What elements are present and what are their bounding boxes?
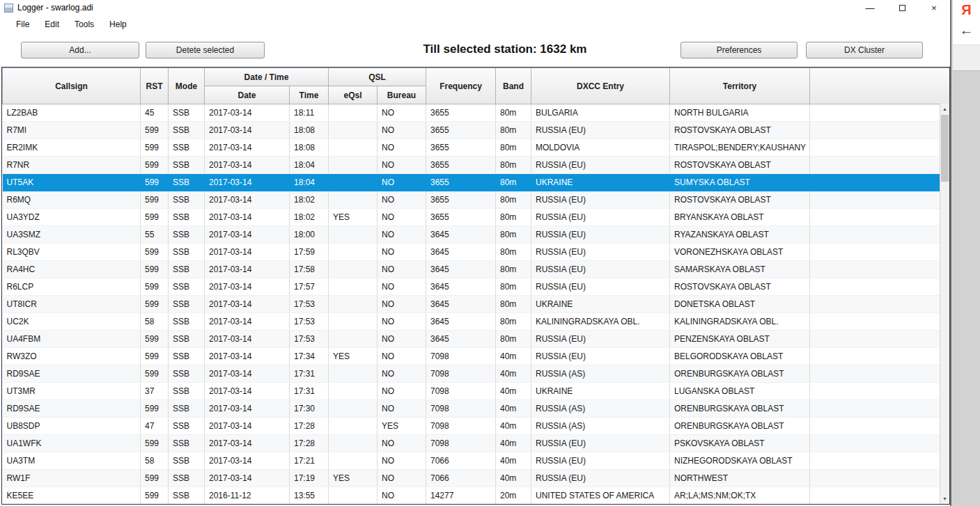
cell: 3645 xyxy=(426,261,496,278)
table-row[interactable]: R6LCP599SSB2017-03-1417:57NO364580mRUSSI… xyxy=(3,278,950,296)
table-row[interactable]: RD9SAE599SSB2017-03-1417:31NO709840mRUSS… xyxy=(3,365,950,383)
cell xyxy=(329,487,378,505)
vertical-scrollbar[interactable]: ▲ ▼ xyxy=(940,104,949,504)
menu-tools[interactable]: Tools xyxy=(67,16,102,33)
cell: RUSSIA (EU) xyxy=(531,209,670,226)
cell: 17:53 xyxy=(290,331,329,348)
header-rst[interactable]: RST xyxy=(141,68,169,104)
table-row[interactable]: UC2K58SSB2017-03-1417:53NO364580mKALININ… xyxy=(3,313,950,331)
table-row[interactable]: UA3TM58SSB2017-03-1417:21NO706640mRUSSIA… xyxy=(3,452,950,470)
cell: 2017-03-14 xyxy=(205,226,290,244)
header-qsl-group[interactable]: QSL xyxy=(329,68,426,86)
table-row[interactable]: UA3SMZ55SSB2017-03-1418:00NO364580mRUSSI… xyxy=(3,226,950,244)
cell: 7066 xyxy=(426,470,496,487)
cell-filler xyxy=(810,487,950,505)
cell: R6MQ xyxy=(3,191,141,209)
cell: 599 xyxy=(141,348,169,365)
header-frequency[interactable]: Frequency xyxy=(426,68,496,104)
header-eqsl[interactable]: eQsl xyxy=(329,86,378,104)
cell: NO xyxy=(378,226,426,244)
yandex-logo-icon[interactable]: Я xyxy=(961,2,971,18)
cell: 2017-03-14 xyxy=(205,139,290,157)
cell xyxy=(329,365,378,383)
table-row[interactable]: UT8ICR599SSB2017-03-1417:53NO364580mUKRA… xyxy=(3,296,950,313)
table-row[interactable]: UB8SDP47SSB2017-03-1417:28YES709840mRUSS… xyxy=(3,418,950,435)
table-row[interactable]: RW1F599SSB2017-03-1417:19YESNO706640mRUS… xyxy=(3,470,950,487)
header-mode[interactable]: Mode xyxy=(169,68,205,104)
table-row[interactable]: UA3YDZ599SSB2017-03-1418:02YESNO365580mR… xyxy=(3,209,950,226)
scroll-down-icon[interactable]: ▼ xyxy=(940,493,949,504)
cell xyxy=(329,383,378,400)
cell: UKRAINE xyxy=(531,383,670,400)
header-territory[interactable]: Territory xyxy=(670,68,810,104)
delete-selected-button[interactable]: Detete selected xyxy=(146,42,265,58)
cell: SAMARSKAYA OBLAST xyxy=(670,261,810,278)
cell: 3645 xyxy=(426,296,496,313)
table-row[interactable]: RD9SAE599SSB2017-03-1417:30NO709840mRUSS… xyxy=(3,400,950,418)
table-row[interactable]: R7NR599SSB2017-03-1418:04NO365580mRUSSIA… xyxy=(3,157,950,174)
add-button[interactable]: Add... xyxy=(21,42,139,58)
scrollbar-thumb[interactable] xyxy=(941,115,949,182)
cell-filler xyxy=(810,174,950,191)
table-row[interactable]: R7MI599SSB2017-03-1418:08NO365580mRUSSIA… xyxy=(3,122,950,139)
cell: SSB xyxy=(169,313,205,331)
table-row[interactable]: 4X6TT55SSB2016-11-1213:53NO1427720mISRAE… xyxy=(3,505,950,505)
table-row[interactable]: R6MQ599SSB2017-03-1418:02NO365580mRUSSIA… xyxy=(3,191,950,209)
cell: RUSSIA (EU) xyxy=(531,157,670,174)
window-title: Logger - swarlog.adi xyxy=(17,3,93,13)
maximize-button[interactable] xyxy=(886,0,918,15)
cell xyxy=(329,435,378,452)
cell: 80m xyxy=(496,313,531,331)
header-callsign[interactable]: Callsign xyxy=(3,68,141,104)
table-row[interactable]: RA4HC599SSB2017-03-1417:58NO364580mRUSSI… xyxy=(3,261,950,278)
table-header: Callsign RST Mode Date / Time QSL Freque… xyxy=(3,68,950,104)
header-dxcc[interactable]: DXCC Entry xyxy=(531,68,670,104)
dx-cluster-button[interactable]: DX Cluster xyxy=(806,42,923,58)
table-row[interactable]: KE5EE599SSB2016-11-1213:55NO1427720mUNIT… xyxy=(3,487,950,505)
table-row[interactable]: LZ2BAB45SSB2017-03-1418:11NO365580mBULGA… xyxy=(3,104,950,122)
header-time[interactable]: Time xyxy=(290,86,329,104)
minimize-button[interactable]: — xyxy=(854,0,886,15)
table-row[interactable]: RW3ZO599SSB2017-03-1417:34YESNO709840mRU… xyxy=(3,348,950,365)
header-datetime-group[interactable]: Date / Time xyxy=(205,68,329,86)
table-row[interactable]: RL3QBV599SSB2017-03-1417:59NO364580mRUSS… xyxy=(3,244,950,261)
menubar: File Edit Tools Help xyxy=(0,15,950,33)
cell xyxy=(329,226,378,244)
header-bureau[interactable]: Bureau xyxy=(378,86,426,104)
table-row[interactable]: UA1WFK599SSB2017-03-1417:28NO709840mRUSS… xyxy=(3,435,950,452)
table-row[interactable]: UA4FBM599SSB2017-03-1417:53NO364580mRUSS… xyxy=(3,331,950,348)
cell: NO xyxy=(378,313,426,331)
close-button[interactable]: × xyxy=(918,0,950,15)
cell: RUSSIA (EU) xyxy=(531,435,670,452)
header-date[interactable]: Date xyxy=(205,86,290,104)
cell: SSB xyxy=(169,139,205,157)
table-row[interactable]: UT3MR37SSB2017-03-1417:31NO709840mUKRAIN… xyxy=(3,383,950,400)
back-arrow-icon[interactable]: ← xyxy=(960,22,974,38)
menu-edit[interactable]: Edit xyxy=(37,16,67,33)
cell-filler xyxy=(810,383,950,400)
header-band[interactable]: Band xyxy=(496,68,531,104)
cell: RUSSIA (EU) xyxy=(531,191,670,209)
cell: 47 xyxy=(141,418,169,435)
cell: 599 xyxy=(141,209,169,226)
cell: YES xyxy=(329,348,378,365)
cell: 17:34 xyxy=(290,348,329,365)
menu-file[interactable]: File xyxy=(8,16,37,33)
cell: 55 xyxy=(141,226,169,244)
scroll-up-icon[interactable]: ▲ xyxy=(940,104,949,114)
cell: KALININGRADSKAYA OBL. xyxy=(670,313,810,331)
cell-filler xyxy=(810,348,950,365)
cell: 80m xyxy=(496,139,531,157)
cell: RUSSIA (AS) xyxy=(531,418,670,435)
cell: RUSSIA (EU) xyxy=(531,331,670,348)
cell: 2017-03-14 xyxy=(205,365,290,383)
table-row[interactable]: UT5AK599SSB2017-03-1418:04NO365580mUKRAI… xyxy=(3,174,950,191)
cell: 40m xyxy=(496,435,531,452)
cell: NO xyxy=(378,487,426,505)
cell: 599 xyxy=(141,400,169,418)
preferences-button[interactable]: Preferences xyxy=(680,42,798,58)
cell-filler xyxy=(810,400,950,418)
menu-help[interactable]: Help xyxy=(102,16,134,33)
cell: 2016-11-12 xyxy=(205,505,290,505)
table-row[interactable]: ER2IMK599SSB2017-03-1418:08NO365580mMOLD… xyxy=(3,139,950,157)
